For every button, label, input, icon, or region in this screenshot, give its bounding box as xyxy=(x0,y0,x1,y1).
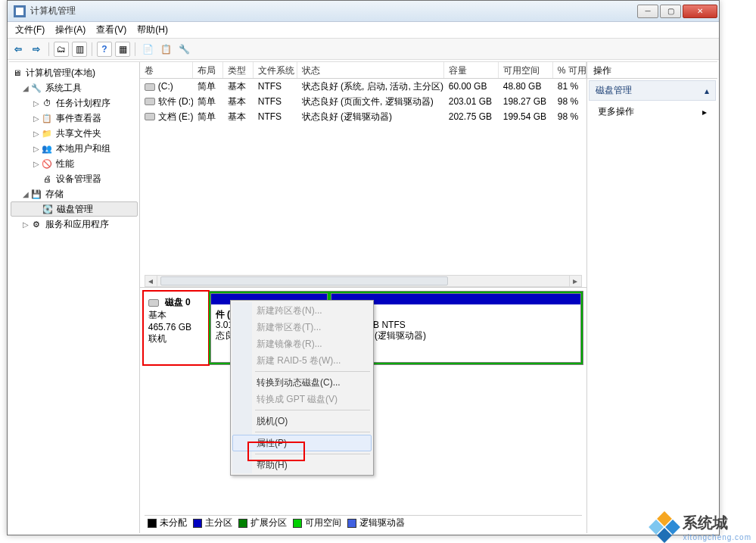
scroll-thumb[interactable] xyxy=(160,276,448,286)
scroll-left-icon[interactable]: ◂ xyxy=(145,276,157,286)
col-free[interactable]: 可用空间 xyxy=(499,62,553,78)
volume-list[interactable]: (C:)简单基本NTFS状态良好 (系统, 启动, 活动, 主分区)60.00 … xyxy=(140,79,586,287)
toolbar-btn-3[interactable]: ▦ xyxy=(115,42,130,57)
tree-disk-management[interactable]: 💽磁盘管理 xyxy=(11,201,138,217)
tree-shared-folders[interactable]: ▷📁共享文件夹 xyxy=(11,126,138,141)
col-status[interactable]: 状态 xyxy=(297,62,444,78)
toolbar-btn-1[interactable]: 🗂 xyxy=(54,42,69,57)
cm-new-raid5: 新建 RAID-5 卷(W)... xyxy=(232,352,372,369)
app-icon xyxy=(14,5,26,17)
tree-storage[interactable]: ◢💾存储 xyxy=(11,186,138,201)
context-menu: 新建跨区卷(N)... 新建带区卷(T)... 新建镜像卷(R)... 新建 R… xyxy=(230,300,374,476)
toolbar-btn-5[interactable]: 📋 xyxy=(158,42,173,57)
tree-event-viewer[interactable]: ▷📋事件查看器 xyxy=(11,111,138,126)
volume-list-header: 卷 布局 类型 文件系统 状态 容量 可用空间 % 可用 xyxy=(140,62,586,79)
tree-device-manager[interactable]: 🖨设备管理器 xyxy=(11,171,138,186)
legend: 未分配 主分区 扩展分区 可用空间 逻辑驱动器 xyxy=(145,515,582,530)
volume-row[interactable]: 文档 (E:)简单基本NTFS状态良好 (逻辑驱动器)202.75 GB199.… xyxy=(140,109,586,124)
nav-back-button[interactable]: ⇦ xyxy=(11,42,26,57)
navigation-tree[interactable]: 🖥计算机管理(本地) ◢🔧系统工具 ▷⏱任务计划程序 ▷📋事件查看器 ▷📁共享文… xyxy=(9,62,140,533)
col-type[interactable]: 类型 xyxy=(223,62,254,78)
cm-convert-dynamic[interactable]: 转换到动态磁盘(C)... xyxy=(232,374,372,391)
horizontal-scrollbar[interactable]: ◂ ▸ xyxy=(145,275,582,287)
legend-primary: 主分区 xyxy=(205,516,232,529)
nav-forward-button[interactable]: ⇨ xyxy=(29,42,44,57)
toolbar: ⇦ ⇨ 🗂 ▥ ? ▦ 📄 📋 🔧 xyxy=(8,39,719,60)
col-capacity[interactable]: 容量 xyxy=(444,62,499,78)
col-layout[interactable]: 布局 xyxy=(193,62,223,78)
actions-section-diskmgmt[interactable]: 磁盘管理▴ xyxy=(589,80,716,101)
toolbar-help-button[interactable]: ? xyxy=(97,42,112,57)
toolbar-btn-2[interactable]: ▥ xyxy=(72,42,87,57)
volume-row[interactable]: 软件 (D:)简单基本NTFS状态良好 (页面文件, 逻辑驱动器)203.01 … xyxy=(140,94,586,109)
collapse-arrow-icon: ▴ xyxy=(705,86,709,96)
window-title: 计算机管理 xyxy=(30,5,637,17)
menu-view[interactable]: 查看(V) xyxy=(92,22,131,38)
cm-new-striped: 新建带区卷(T)... xyxy=(232,319,372,335)
menu-help[interactable]: 帮助(H) xyxy=(132,22,173,38)
maximize-button[interactable]: ▢ xyxy=(660,5,681,18)
tree-local-users[interactable]: ▷👥本地用户和组 xyxy=(11,141,138,156)
cm-offline[interactable]: 脱机(O) xyxy=(232,413,372,429)
cm-properties[interactable]: 属性(P) xyxy=(232,435,372,451)
close-button[interactable]: ✕ xyxy=(683,5,717,18)
submenu-arrow-icon: ▸ xyxy=(702,107,707,117)
actions-header: 操作 xyxy=(587,62,717,79)
cm-convert-gpt: 转换成 GPT 磁盘(V) xyxy=(232,391,372,407)
col-filesystem[interactable]: 文件系统 xyxy=(254,62,297,78)
disk-icon xyxy=(148,299,159,307)
legend-extended: 扩展分区 xyxy=(250,516,287,529)
toolbar-btn-6[interactable]: 🔧 xyxy=(176,42,191,57)
tree-system-tools[interactable]: ◢🔧系统工具 xyxy=(11,80,138,95)
toolbar-btn-4[interactable]: 📄 xyxy=(140,42,155,57)
cm-new-spanned: 新建跨区卷(N)... xyxy=(232,302,372,319)
tree-performance[interactable]: ▷🚫性能 xyxy=(11,156,138,171)
legend-unallocated: 未分配 xyxy=(160,516,187,529)
actions-more[interactable]: 更多操作▸ xyxy=(587,102,717,121)
watermark: 系统城 xitongcheng.com xyxy=(651,513,751,541)
col-volume[interactable]: 卷 xyxy=(140,62,193,78)
cm-new-mirror: 新建镜像卷(R)... xyxy=(232,335,372,352)
menu-action[interactable]: 操作(A) xyxy=(51,22,90,38)
menubar: 文件(F) 操作(A) 查看(V) 帮助(H) xyxy=(8,22,719,39)
tree-task-scheduler[interactable]: ▷⏱任务计划程序 xyxy=(11,95,138,111)
minimize-button[interactable]: ─ xyxy=(637,5,658,18)
menu-file[interactable]: 文件(F) xyxy=(11,22,49,38)
volume-row[interactable]: (C:)简单基本NTFS状态良好 (系统, 启动, 活动, 主分区)60.00 … xyxy=(140,79,586,94)
scroll-right-icon[interactable]: ▸ xyxy=(569,276,581,286)
legend-logical: 逻辑驱动器 xyxy=(359,516,405,529)
cm-help[interactable]: 帮助(H) xyxy=(232,457,372,473)
legend-free: 可用空间 xyxy=(305,516,341,529)
tree-root[interactable]: 🖥计算机管理(本地) xyxy=(11,65,138,80)
col-percent[interactable]: % 可用 xyxy=(553,62,586,78)
titlebar: 计算机管理 ─ ▢ ✕ xyxy=(8,1,719,22)
watermark-logo-icon xyxy=(651,513,678,541)
disk-0-label[interactable]: 磁盘 0 基本 465.76 GB 联机 xyxy=(144,292,209,364)
actions-pane: 操作 磁盘管理▴ 更多操作▸ xyxy=(587,62,717,533)
tree-services-apps[interactable]: ▷⚙服务和应用程序 xyxy=(11,217,138,232)
